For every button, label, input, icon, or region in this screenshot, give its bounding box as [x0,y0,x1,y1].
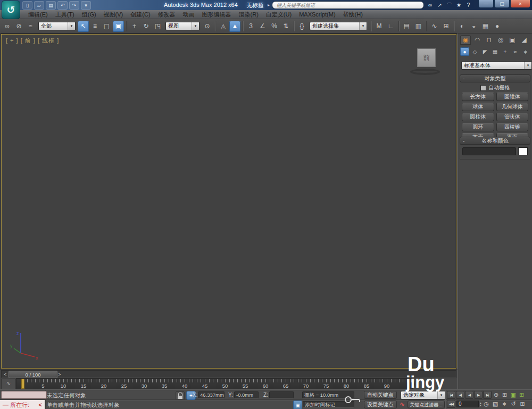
minimize-button[interactable]: — [478,0,494,8]
select-by-name-icon[interactable]: ≡ [89,21,101,32]
z-coordinate-field[interactable] [269,391,294,398]
align-icon[interactable]: ∟ [385,21,396,32]
application-menu-button[interactable]: ↺ [2,1,20,19]
frame-spinner[interactable]: ▴▾ [480,402,481,407]
category-space-warps[interactable]: ≈ [511,47,520,56]
crossing-region-icon[interactable]: ▧ [492,400,500,408]
render-production-icon[interactable]: ● [492,21,503,32]
cylinder-button[interactable]: 圆柱体 [462,113,494,121]
menu-item-6[interactable]: 修改器 [154,11,179,19]
named-selection-sets-dropdown-arrow[interactable]: ▾ [359,22,367,30]
menu-item-12[interactable]: 帮助(H) [339,11,367,19]
angle-snap-icon[interactable]: ∠ [257,21,268,32]
named-selection-sets-dropdown[interactable]: 创建选择集▾ [310,22,367,30]
search-input[interactable] [272,1,424,9]
key-mode-toggle-icon[interactable]: ◀◀ [447,400,455,408]
go-to-end-button[interactable]: ▶| [483,391,492,399]
graphite-ribbon-icon[interactable]: ▥ [413,21,424,32]
open-mini-curve-editor-icon[interactable]: ∿ [1,379,16,389]
maxscript-mini-listener[interactable]: — 所在行: < [0,400,45,409]
category-dropdown[interactable]: 标准基本体▾ [461,61,532,70]
play-button[interactable]: ▶ [474,391,483,399]
mirror-icon[interactable]: M [373,21,385,32]
set-key-button[interactable]: 设置关键点 [364,400,397,408]
category-cameras[interactable]: ▦ [491,47,500,56]
select-object-icon[interactable]: ↖ [78,21,89,32]
listener-scroll-arrow[interactable]: < [36,402,45,408]
category-lights[interactable]: ◤ [480,47,489,56]
tab-motion[interactable]: ◎ [495,35,506,45]
menu-item-2[interactable]: 工具(T) [52,11,78,19]
use-pivot-point-center-icon[interactable]: ⊙ [202,21,213,32]
favorites-icon[interactable]: ★ [455,2,463,9]
torus-button[interactable]: 圆环 [462,123,494,131]
schematic-view-icon[interactable]: ⊞ [440,21,452,32]
material-editor-icon[interactable]: ◐ [456,21,468,32]
menu-item-5[interactable]: 创建(C) [127,11,154,19]
spinner-down-icon[interactable]: ▾ [480,404,481,407]
percent-snap-icon[interactable]: % [269,21,280,32]
layer-manager-icon[interactable]: ▤ [401,21,412,32]
tab-display[interactable]: ▣ [507,35,518,45]
maximize-viewport-icon[interactable]: ⊞ [519,400,527,408]
pan-icon[interactable]: ∗ [501,400,509,408]
select-and-move-icon[interactable]: + [129,21,140,32]
zoom-extents-icon[interactable]: ▣ [509,391,517,399]
set-keys-key-icon[interactable] [345,395,362,404]
next-frame-arrow[interactable]: > [57,372,62,377]
menu-item-9[interactable]: 渲染(R) [235,11,262,19]
window-crossing-toggle-icon[interactable]: ▣ [113,21,124,32]
selection-lock-icon[interactable] [176,391,185,400]
tab-modify[interactable]: ◠ [472,35,483,45]
name-and-color-rollout-header[interactable]: - 名称和颜色 [460,137,530,145]
autogrid-checkbox[interactable] [480,85,486,91]
viewcube-compass-ring[interactable] [410,69,440,75]
track-bar-ruler[interactable]: 051015202530354045505560657075808590 [16,378,415,390]
time-slider-thumb[interactable]: 0 / 100 [9,371,57,378]
current-frame-field[interactable] [456,400,479,407]
qat-customize-icon[interactable]: ▾ [81,1,91,10]
key-filter-dropdown[interactable]: 选定对象▾ [401,391,445,399]
auto-key-button[interactable]: 自动关键点 [364,391,397,399]
maximize-button[interactable]: ▢ [494,0,510,8]
current-frame-marker[interactable] [21,379,24,389]
box-button[interactable]: 长方体 [462,93,494,101]
save-file-icon[interactable]: ▤ [46,1,56,10]
menu-item-11[interactable]: MAXScript(M) [295,11,339,18]
tab-hierarchy[interactable]: ⊓ [484,35,494,45]
viewcube[interactable]: 前 [409,48,442,76]
communication-center-icon[interactable]: ⌒ [445,2,453,9]
menu-item-8[interactable]: 图形编辑器 [198,11,235,19]
subscription-icon[interactable]: ↗ [436,2,444,9]
render-setup-icon[interactable]: ◒ [468,21,479,32]
key-filter-dropdown-arrow[interactable]: ▾ [437,391,445,399]
keyboard-shortcut-override-icon[interactable]: ▲ [229,21,240,32]
search-expand-icon[interactable]: ▸ [268,3,270,7]
edit-named-selection-sets-icon[interactable]: {} [296,21,307,32]
viewport-label[interactable]: [ + ] [ 前 ] [ 线框 ] [6,37,59,45]
category-systems[interactable]: ∗ [521,47,530,56]
orbit-icon[interactable]: ↺ [510,400,518,408]
undo-icon[interactable]: ↶ [57,1,68,10]
close-button[interactable]: × [510,0,530,8]
category-dropdown-arrow[interactable]: ▾ [524,62,531,69]
play-backwards-button[interactable]: ◀ [465,391,473,399]
unlink-selection-icon[interactable]: ⊘ [13,21,24,32]
zoom-icon[interactable]: ⊕ [492,391,500,399]
selection-filter-dropdown-arrow[interactable]: ▾ [68,22,75,30]
rendered-frame-window-icon[interactable]: ▦ [480,21,491,32]
menu-item-4[interactable]: 视图(V) [100,11,127,19]
key-filters-button[interactable]: 关键点过滤器... [408,400,445,408]
time-tag-icon[interactable]: ▣ [293,400,302,409]
select-and-link-icon[interactable]: ∞ [2,21,13,32]
viewcube-front-face[interactable]: 前 [417,48,436,67]
rectangular-selection-region-icon[interactable]: ▢ [101,21,112,32]
zoom-extents-all-icon[interactable]: ⊞ [518,391,526,399]
tube-button[interactable]: 管状体 [496,113,529,121]
category-shapes[interactable]: ◇ [470,47,479,56]
y-coordinate-field[interactable]: -0.0mm [234,391,259,398]
zoom-all-icon[interactable]: ⊞ [501,391,509,399]
curve-editor-icon[interactable]: ∿ [429,21,440,32]
new-file-icon[interactable]: ▯ [22,1,32,10]
menu-item-3[interactable]: 组(G) [78,11,100,19]
